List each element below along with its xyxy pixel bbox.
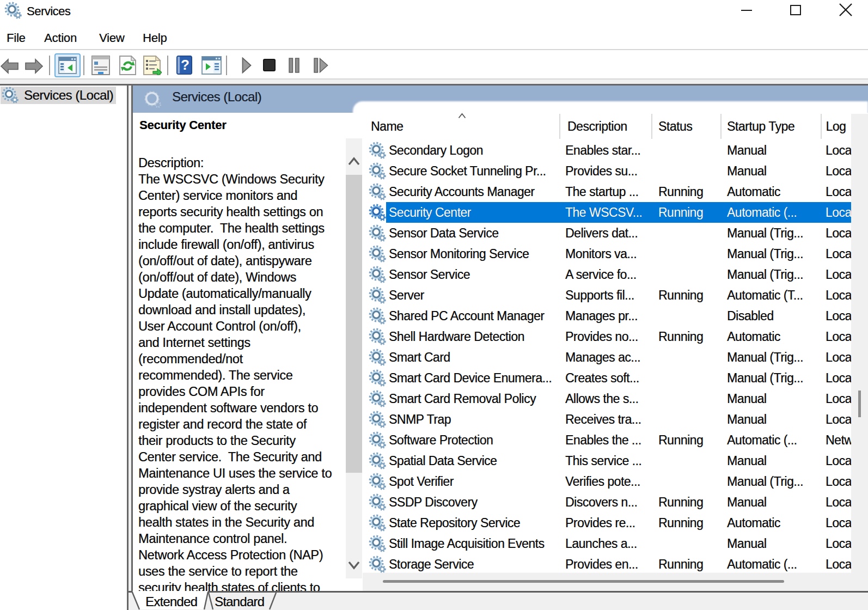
svg-text:?: ? (181, 57, 190, 73)
